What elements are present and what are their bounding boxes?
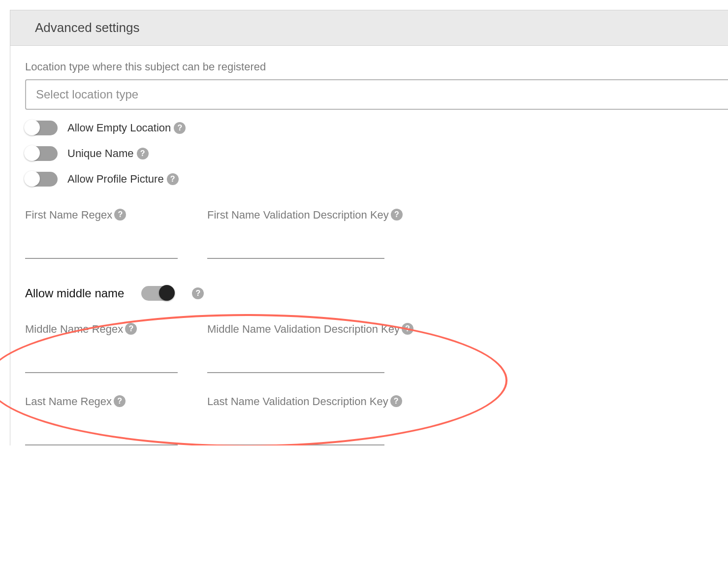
first-name-regex-input[interactable] <box>25 221 178 259</box>
last-name-regex-field: Last Name Regex ? <box>25 395 178 445</box>
toggle-row-allow-middle-name: Allow middle name ? <box>25 286 728 301</box>
toggle-row-allow-profile-picture: Allow Profile Picture ? <box>25 172 728 187</box>
middle-name-regex-field: Middle Name Regex ? <box>25 323 178 373</box>
unique-name-label: Unique Name ? <box>67 147 149 160</box>
first-name-validation-key-label: First Name Validation Description Key <box>207 209 389 221</box>
panel-body: Location type where this subject can be … <box>10 46 728 445</box>
location-type-select[interactable]: Select location type <box>25 79 728 110</box>
help-icon[interactable]: ? <box>192 287 204 299</box>
middle-name-validation-key-field: Middle Name Validation Description Key ? <box>207 323 384 373</box>
first-name-validation-key-input[interactable] <box>207 221 384 259</box>
middle-name-row: Middle Name Regex ? Middle Name Validati… <box>25 323 728 373</box>
middle-name-regex-label: Middle Name Regex <box>25 323 123 336</box>
unique-name-toggle[interactable] <box>25 146 58 161</box>
allow-profile-picture-toggle[interactable] <box>25 172 58 187</box>
allow-empty-location-toggle[interactable] <box>25 121 58 135</box>
help-icon[interactable]: ? <box>114 209 126 221</box>
last-name-validation-key-field: Last Name Validation Description Key ? <box>207 395 384 445</box>
allow-middle-name-toggle[interactable] <box>141 286 174 301</box>
first-name-row: First Name Regex ? First Name Validation… <box>25 209 728 259</box>
last-name-validation-key-input[interactable] <box>207 408 384 445</box>
advanced-settings-panel: Advanced settings Location type where th… <box>10 10 728 445</box>
last-name-validation-key-label: Last Name Validation Description Key <box>207 395 388 408</box>
middle-name-validation-key-label: Middle Name Validation Description Key <box>207 323 400 336</box>
first-name-regex-label: First Name Regex <box>25 209 112 221</box>
help-icon[interactable]: ? <box>402 323 413 335</box>
first-name-regex-field: First Name Regex ? <box>25 209 178 259</box>
middle-name-validation-key-input[interactable] <box>207 336 384 373</box>
last-name-regex-input[interactable] <box>25 408 178 445</box>
help-icon[interactable]: ? <box>114 395 126 407</box>
allow-profile-picture-label: Allow Profile Picture ? <box>67 173 179 186</box>
location-type-placeholder: Select location type <box>36 88 138 101</box>
toggle-row-unique-name: Unique Name ? <box>25 146 728 161</box>
first-name-validation-key-field: First Name Validation Description Key ? <box>207 209 384 259</box>
panel-title: Advanced settings <box>10 10 728 46</box>
help-icon[interactable]: ? <box>167 173 179 185</box>
help-icon[interactable]: ? <box>390 395 402 407</box>
allow-empty-location-label: Allow Empty Location ? <box>67 122 186 134</box>
last-name-regex-label: Last Name Regex <box>25 395 112 408</box>
help-icon[interactable]: ? <box>137 148 149 159</box>
help-icon[interactable]: ? <box>391 209 403 221</box>
last-name-row: Last Name Regex ? Last Name Validation D… <box>25 395 728 445</box>
middle-name-regex-input[interactable] <box>25 336 178 373</box>
location-type-label: Location type where this subject can be … <box>25 61 728 73</box>
allow-middle-name-label: Allow middle name <box>25 286 124 300</box>
help-icon[interactable]: ? <box>174 122 186 134</box>
toggle-row-allow-empty-location: Allow Empty Location ? <box>25 121 728 135</box>
help-icon[interactable]: ? <box>125 323 137 335</box>
